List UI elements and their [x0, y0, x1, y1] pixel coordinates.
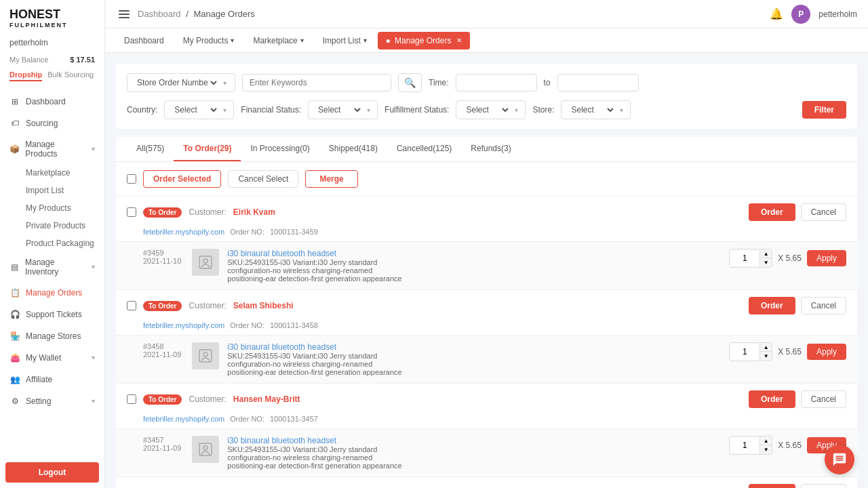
item-config2-3: positioning-ear detection-first generati… — [227, 462, 721, 470]
store-link-1[interactable]: fetebriller.myshopify.com — [143, 228, 224, 236]
cancel-select-button[interactable]: Cancel Select — [228, 170, 298, 188]
qty-field-2[interactable] — [730, 344, 760, 359]
store-select[interactable]: Select — [568, 104, 616, 115]
store-link-3[interactable]: fetebriller.myshopify.com — [143, 415, 224, 423]
filter-bar: Store Order Numbe ▾ 🔍 Time: to Country: … — [116, 64, 857, 129]
sidebar-item-manage-products[interactable]: 📦 Manage Products ▾ — [0, 134, 104, 164]
qty-up-1[interactable]: ▲ — [760, 249, 772, 258]
notification-icon[interactable]: 🔔 — [770, 7, 783, 20]
country-dropdown[interactable]: Select ▾ — [164, 100, 234, 119]
qty-up-2[interactable]: ▲ — [760, 343, 772, 352]
item-title-1[interactable]: i30 binaural bluetooth headset — [227, 249, 721, 258]
sidebar-item-affiliate[interactable]: 👥 Affiliate — [0, 369, 104, 390]
time-to-input[interactable] — [557, 74, 639, 92]
sidebar-item-dashboard[interactable]: ⊞ Dashboard — [0, 91, 104, 113]
sidebar-item-setting[interactable]: ⚙ Setting ▾ — [0, 390, 104, 412]
tab-close-icon[interactable]: ✕ — [456, 37, 462, 44]
fulfillment-select[interactable]: Select — [463, 104, 511, 115]
cancel-btn-3[interactable]: Cancel — [801, 390, 846, 408]
keyword-input[interactable] — [242, 74, 391, 92]
merge-button[interactable]: Merge — [305, 170, 357, 188]
apply-btn-1[interactable]: Apply — [807, 250, 846, 266]
tab-manage-orders[interactable]: ● Manage Orders ✕ — [378, 32, 471, 49]
hamburger-menu[interactable] — [116, 7, 132, 21]
order-checkbox-2[interactable] — [127, 301, 136, 310]
qty-up-3[interactable]: ▲ — [760, 436, 772, 445]
logo: HONEST FULPHILMENT — [0, 0, 104, 34]
sidebar-item-support-tickets[interactable]: 🎧 Support Tickets — [0, 304, 104, 325]
cancel-btn-1[interactable]: Cancel — [801, 203, 846, 221]
sidebar-item-product-packaging[interactable]: Product Packaging — [0, 235, 104, 252]
customer-name-1[interactable]: Eirik Kvam — [233, 207, 275, 217]
select-all-checkbox[interactable] — [127, 174, 136, 184]
chat-fab-button[interactable] — [825, 445, 854, 474]
item-title-2[interactable]: i30 binaural bluetooth headset — [227, 342, 721, 352]
tab-close-icon[interactable]: ▾ — [300, 37, 304, 44]
tab-shipped[interactable]: Shipped(418) — [319, 137, 387, 161]
quantity-input-2[interactable]: ▲ ▼ — [729, 342, 772, 361]
sidebar-item-my-products[interactable]: My Products — [0, 199, 104, 217]
time-label: Time: — [429, 78, 449, 87]
sidebar-item-import-list[interactable]: Import List — [0, 182, 104, 199]
dropship-tab[interactable]: Dropship — [9, 69, 42, 81]
order-header-4: To Order Customer: Đorđe Vitrijević Orde… — [116, 477, 857, 488]
tab-cancelled[interactable]: Cancelled(125) — [387, 137, 461, 161]
tab-to-order[interactable]: To Order(29) — [174, 137, 241, 161]
qty-field-1[interactable] — [730, 251, 760, 266]
qty-down-1[interactable]: ▼ — [760, 258, 772, 267]
tab-in-processing[interactable]: In Processing(0) — [241, 137, 319, 161]
logout-button[interactable]: Logout — [5, 462, 99, 483]
bulk-sourcing-tab[interactable]: Bulk Sourcing — [47, 69, 94, 81]
search-button[interactable]: 🔍 — [398, 73, 422, 92]
breadcrumb-home[interactable]: Dashboard — [138, 9, 181, 19]
order-checkbox-1[interactable] — [127, 207, 136, 217]
qty-down-2[interactable]: ▼ — [760, 352, 772, 361]
financial-dropdown[interactable]: Select ▾ — [308, 100, 378, 119]
store-order-select[interactable]: Store Order Numbe ▾ — [127, 73, 235, 92]
time-from-input[interactable] — [456, 74, 537, 92]
order-btn-2[interactable]: Order — [749, 297, 795, 314]
tab-refunds[interactable]: Refunds(3) — [461, 137, 520, 161]
cancel-btn-2[interactable]: Cancel — [801, 297, 846, 314]
fulfillment-dropdown[interactable]: Select ▾ — [456, 100, 526, 119]
sidebar-item-private-products[interactable]: Private Products — [0, 217, 104, 235]
store-link-2[interactable]: fetebriller.myshopify.com — [143, 321, 224, 329]
sidebar-item-marketplace[interactable]: Marketplace — [0, 164, 104, 182]
country-select[interactable]: Select — [172, 104, 219, 115]
order-no-label-2: Order NO: — [230, 321, 264, 329]
qty-down-3[interactable]: ▼ — [760, 445, 772, 454]
tab-marketplace[interactable]: Marketplace ▾ — [245, 32, 311, 49]
sidebar-item-sourcing[interactable]: 🏷 Sourcing — [0, 113, 104, 134]
filter-button[interactable]: Filter — [802, 101, 846, 119]
sidebar-item-my-wallet[interactable]: 👛 My Wallet ▾ — [0, 347, 104, 369]
sidebar-username: petterholm — [0, 34, 104, 54]
svg-point-1 — [203, 259, 208, 263]
apply-btn-2[interactable]: Apply — [807, 344, 846, 360]
order-selected-button[interactable]: Order Selected — [143, 170, 221, 188]
order-btn-1[interactable]: Order — [749, 203, 795, 221]
store-order-dropdown[interactable]: Store Order Numbe — [134, 77, 219, 88]
financial-select[interactable]: Select — [315, 104, 363, 115]
cancel-btn-4[interactable]: Cancel — [801, 484, 846, 488]
tab-import-list[interactable]: Import List ▾ — [315, 32, 375, 49]
qty-field-3[interactable] — [730, 438, 760, 453]
quantity-input-3[interactable]: ▲ ▼ — [729, 436, 772, 455]
tab-close-icon[interactable]: ▾ — [231, 37, 234, 44]
order-btn-4[interactable]: Order — [749, 484, 795, 488]
customer-name-3[interactable]: Hansen May-Britt — [233, 394, 300, 404]
tab-my-products[interactable]: My Products ▾ — [175, 32, 243, 49]
tab-close-icon[interactable]: ▾ — [363, 37, 367, 44]
customer-name-2[interactable]: Selam Shibeshi — [233, 301, 294, 310]
sidebar-item-manage-inventory[interactable]: ▤ Manage Inventory ▾ — [0, 252, 104, 282]
order-actions-4: Order Cancel — [749, 484, 846, 488]
sidebar-item-manage-orders[interactable]: 📋 Manage Orders — [0, 282, 104, 304]
quantity-input-1[interactable]: ▲ ▼ — [729, 249, 772, 268]
store-dropdown[interactable]: Select ▾ — [561, 100, 631, 119]
tab-dashboard[interactable]: Dashboard — [116, 32, 172, 49]
filter-row-2: Country: Select ▾ Financial Status: Sele… — [127, 100, 846, 119]
tab-all[interactable]: All(575) — [127, 137, 174, 161]
sidebar-item-manage-stores[interactable]: 🏪 Manage Stores — [0, 325, 104, 347]
order-checkbox-3[interactable] — [127, 394, 136, 404]
order-btn-3[interactable]: Order — [749, 390, 795, 408]
item-title-3[interactable]: i30 binaural bluetooth headset — [227, 436, 721, 445]
